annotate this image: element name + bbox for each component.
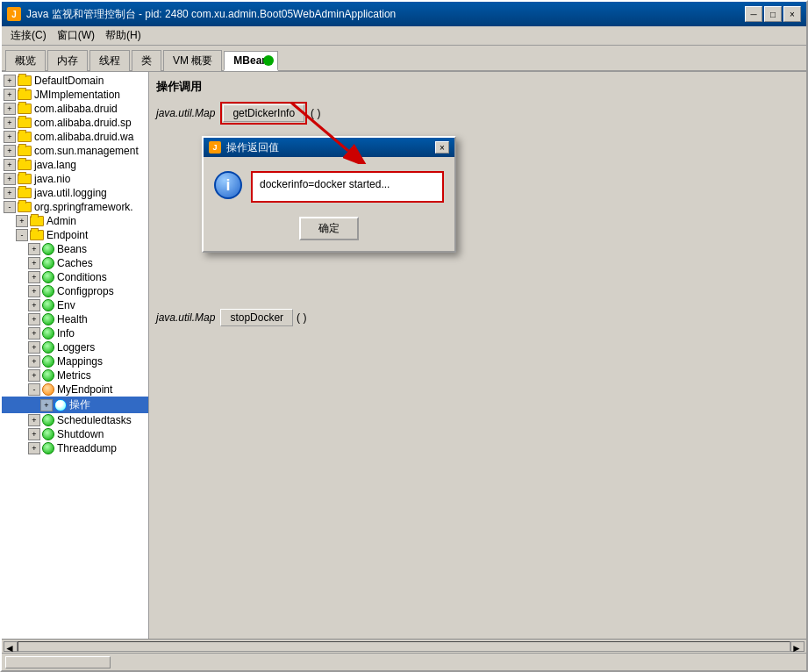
modal-app-icon: J: [209, 141, 221, 154]
modal-footer: 确定: [204, 213, 454, 251]
modal-close-button[interactable]: ×: [435, 141, 449, 154]
confirm-button[interactable]: 确定: [299, 217, 359, 240]
modal-result-box: dockerinfo=docker started...: [251, 171, 444, 203]
modal-title-bar: J 操作返回值 ×: [204, 138, 454, 157]
modal-title: 操作返回值: [226, 140, 435, 155]
modal-result-text: dockerinfo=docker started...: [260, 178, 390, 190]
info-icon: i: [214, 171, 242, 199]
modal-overlay: J 操作返回值 × i dockerinfo=docker started...…: [0, 0, 808, 672]
modal-body: i dockerinfo=docker started...: [204, 157, 454, 213]
modal-dialog: J 操作返回值 × i dockerinfo=docker started...…: [202, 136, 456, 253]
